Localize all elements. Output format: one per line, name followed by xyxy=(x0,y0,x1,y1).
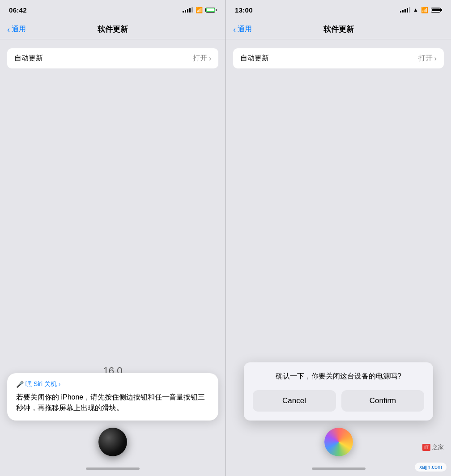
confirm-button[interactable]: Confirm xyxy=(341,390,425,412)
left-siri-command: 嘿 Siri 关机 xyxy=(26,380,57,388)
right-watermark: IT 之家 xyxy=(422,443,444,451)
left-siri-header: 🎤 嘿 Siri 关机 › xyxy=(16,380,209,388)
left-wifi-icon: 📶 xyxy=(196,7,203,13)
right-siri-orb xyxy=(324,428,353,456)
left-back-label: 通用 xyxy=(12,25,26,34)
left-home-indicator xyxy=(0,461,226,476)
right-status-icons: ▲ 📶 xyxy=(400,7,442,13)
left-phone-panel: 06:42 📶 ‹ 通用 软件更新 xyxy=(0,0,226,476)
right-status-time: 13:00 xyxy=(235,6,253,14)
left-home-bar xyxy=(86,468,140,470)
left-siri-response-text: 若要关闭你的 iPhone，请先按住侧边按钮和任一音量按钮三秒钟，再拖移屏幕上出… xyxy=(16,393,205,412)
left-battery-icon xyxy=(205,8,217,13)
right-dialog-title: 确认一下，你要关闭这台设备的电源吗? xyxy=(253,371,425,381)
right-status-bar: 13:00 ▲ 📶 xyxy=(226,0,451,20)
left-auto-update-value-text: 打开 xyxy=(193,54,207,63)
site-badge: xajjn.com xyxy=(415,463,447,472)
left-signal-icon xyxy=(183,7,193,13)
left-back-chevron-icon: ‹ xyxy=(7,26,10,34)
right-signal-icon xyxy=(400,7,410,13)
right-phone-panel: 13:00 ▲ 📶 ‹ 通用 软件更新 xyxy=(226,0,451,476)
right-auto-update-chevron-icon: › xyxy=(434,55,437,63)
left-nav-title: 软件更新 xyxy=(98,24,128,34)
left-auto-update-value: 打开 › xyxy=(193,54,211,63)
left-status-icons: 📶 xyxy=(183,7,217,13)
right-auto-update-row[interactable]: 自动更新 打开 › xyxy=(233,48,444,68)
right-dialog-card: 确认一下，你要关闭这台设备的电源吗? Cancel Confirm xyxy=(244,362,434,421)
right-auto-update-value-text: 打开 xyxy=(418,54,433,63)
right-auto-update-value: 打开 › xyxy=(418,54,437,63)
left-siri-chevron-icon: › xyxy=(59,381,60,387)
right-nav-title: 软件更新 xyxy=(323,24,354,34)
left-siri-orb xyxy=(98,428,127,456)
left-status-time: 06:42 xyxy=(9,6,27,14)
right-wifi-icon: 📶 xyxy=(421,7,428,13)
right-siri-area: 确认一下，你要关闭这台设备的电源吗? Cancel Confirm xyxy=(226,362,451,461)
right-location-icon: ▲ xyxy=(413,7,418,13)
right-back-chevron-icon: ‹ xyxy=(233,26,236,34)
left-siri-mic-icon: 🎤 xyxy=(16,381,24,388)
left-nav-back[interactable]: ‹ 通用 xyxy=(7,25,26,34)
watermark-zhi-label: 之家 xyxy=(432,443,444,451)
left-auto-update-label: 自动更新 xyxy=(14,54,43,63)
left-siri-card: 🎤 嘿 Siri 关机 › 若要关闭你的 iPhone，请先按住侧边按钮和任一音… xyxy=(7,373,218,421)
right-auto-update-label: 自动更新 xyxy=(240,54,269,63)
site-badge-text: xajjn.com xyxy=(419,464,442,470)
left-auto-update-chevron-icon: › xyxy=(209,55,211,63)
left-siri-response: 若要关闭你的 iPhone，请先按住侧边按钮和任一音量按钮三秒钟，再拖移屏幕上出… xyxy=(16,392,209,413)
right-battery-icon xyxy=(431,8,442,13)
right-home-bar xyxy=(312,468,366,470)
left-nav-bar: ‹ 通用 软件更新 xyxy=(0,20,226,39)
right-nav-bar: ‹ 通用 软件更新 xyxy=(226,20,451,39)
left-status-bar: 06:42 📶 xyxy=(0,0,226,20)
cancel-button[interactable]: Cancel xyxy=(253,390,336,412)
right-dialog-buttons: Cancel Confirm xyxy=(253,390,425,412)
watermark-it-badge: IT xyxy=(422,444,430,451)
right-back-label: 通用 xyxy=(238,25,252,34)
left-siri-area: 🎤 嘿 Siri 关机 › 若要关闭你的 iPhone，请先按住侧边按钮和任一音… xyxy=(0,373,226,461)
left-auto-update-row[interactable]: 自动更新 打开 › xyxy=(7,48,218,68)
right-nav-back[interactable]: ‹ 通用 xyxy=(233,25,252,34)
